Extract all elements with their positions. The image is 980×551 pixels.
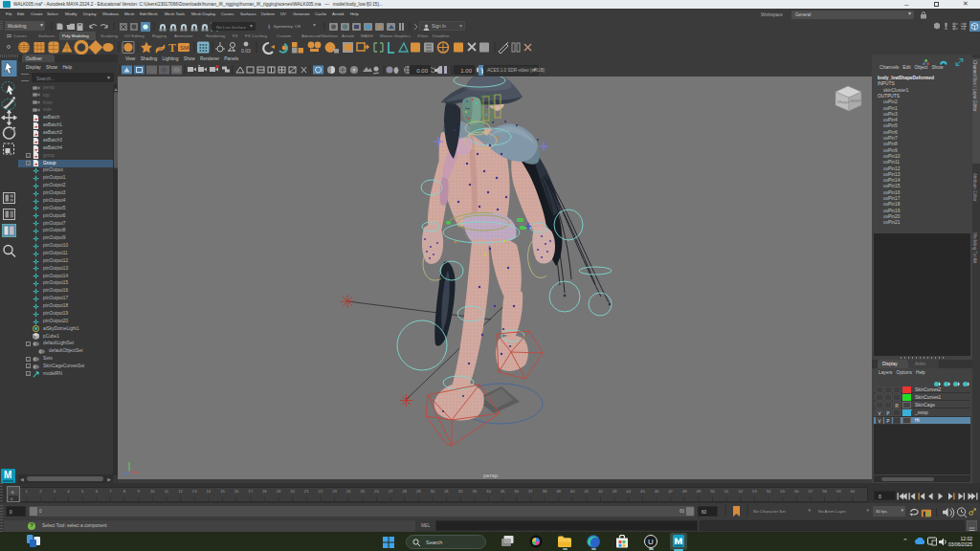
svg-text:0.03: 0.03 [241, 48, 251, 54]
svg-text:T: T [168, 41, 176, 55]
svg-text:persp: persp [483, 473, 499, 478]
svg-text:FRONT: FRONT [837, 100, 850, 105]
svg-text:RIGHT: RIGHT [851, 99, 862, 103]
svg-text:U: U [648, 538, 654, 546]
svg-text:SMI: SMI [180, 45, 190, 51]
svg-text:▾: ▾ [198, 63, 200, 68]
